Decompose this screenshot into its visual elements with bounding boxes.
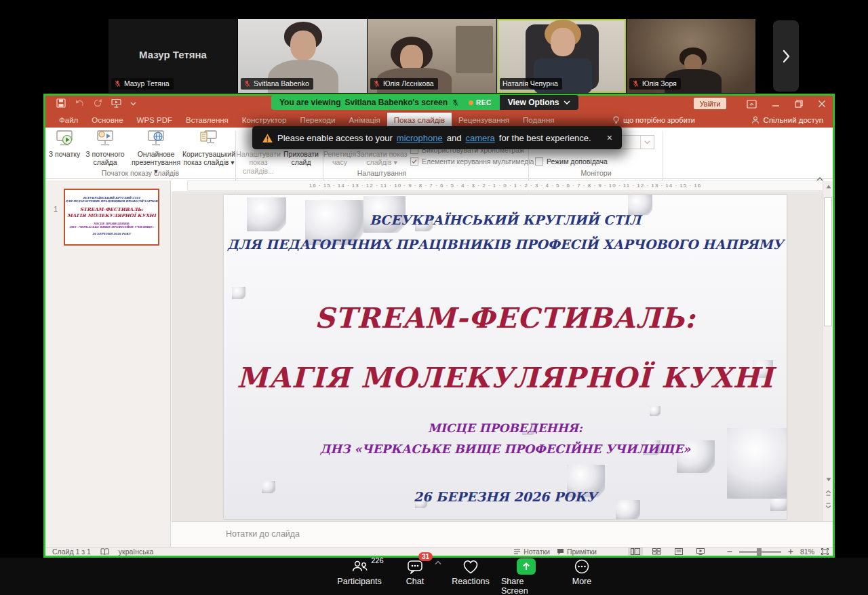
tab-design[interactable]: Конструктор xyxy=(235,113,294,128)
more-icon xyxy=(573,558,591,575)
reactions-button[interactable]: Reactions xyxy=(446,557,496,595)
chat-caret-icon[interactable] xyxy=(435,560,441,565)
status-left: Слайд 1 з 1 українська xyxy=(52,548,153,556)
tab-slide-show-active[interactable]: Показ слайдів xyxy=(387,113,452,128)
media-controls-checkbox[interactable]: Елементи керування мультимедіа xyxy=(410,157,534,166)
notes-placeholder[interactable]: Нотатки до слайда xyxy=(226,529,300,539)
ribbon-display-options-icon[interactable] xyxy=(747,100,757,109)
record-slide-show-button[interactable]: Записати показ слайдів ▾ xyxy=(356,150,408,167)
tab-view[interactable]: Подання xyxy=(516,113,561,128)
slide-date[interactable]: 26 БЕРЕЗНЯ 2026 РОКУ xyxy=(224,489,787,504)
slide-thumbnail-selected[interactable]: ВСЕУКРАЇНСЬКИЙ КРУГЛИЙ СТІЛ ДЛЯ ПЕДАГОГІ… xyxy=(64,189,159,246)
minimize-icon[interactable] xyxy=(772,100,780,108)
zoom-slider-thumb[interactable] xyxy=(757,548,762,556)
more-button[interactable]: More xyxy=(557,557,607,595)
from-beginning-button[interactable]: З початку xyxy=(48,130,81,158)
video-tile-lesnikova[interactable]: Юлія Лєснікова xyxy=(368,19,496,93)
share-screen-button[interactable]: Share Screen xyxy=(501,557,551,595)
notification-text-before: Please enable access to your xyxy=(277,133,393,143)
participant-name-tag: Svitlana Babenko xyxy=(241,78,313,90)
save-icon[interactable] xyxy=(56,98,66,108)
slide-subtitle-line2[interactable]: ДЛЯ ПЕДАГОГІЧНИХ ПРАЦІВНИКІВ ПРОФЕСІЙ ХА… xyxy=(224,237,787,252)
tab-review[interactable]: Рецензування xyxy=(452,113,516,128)
sign-in-button[interactable]: Увійти xyxy=(694,98,726,109)
undo-icon[interactable] xyxy=(75,98,84,108)
next-slide-button[interactable] xyxy=(823,500,833,511)
video-shelf xyxy=(456,26,493,73)
group-label-setup: Налаштування xyxy=(237,169,527,177)
notification-close-button[interactable]: × xyxy=(607,132,612,143)
video-tile-babenko[interactable]: Svitlana Babenko xyxy=(238,19,367,93)
notes-toggle[interactable]: Нотатки xyxy=(513,548,550,556)
slide-show-view-button[interactable] xyxy=(693,548,708,556)
start-slideshow-icon[interactable] xyxy=(111,98,121,108)
slide-canvas[interactable]: ВСЕУКРАЇНСЬКИЙ КРУГЛИЙ СТІЛ ДЛЯ ПЕДАГОГІ… xyxy=(172,191,823,521)
rec-dot-icon xyxy=(469,100,473,105)
thumb-text: STREAM-ФЕСТИВАЛЬ: xyxy=(65,206,158,212)
chat-button[interactable]: 31 Chat xyxy=(390,557,440,595)
reading-view-button[interactable] xyxy=(671,548,686,556)
checkbox-icon xyxy=(535,157,543,166)
slide-thumbnails-panel: 1 ВСЕУКРАЇНСЬКИЙ КРУГЛИЙ СТІЛ ДЛЯ ПЕДАГО… xyxy=(45,180,171,547)
zoom-percentage[interactable]: 81% xyxy=(800,548,814,556)
close-icon[interactable] xyxy=(818,100,826,108)
next-participants-button[interactable] xyxy=(773,20,799,92)
fit-slide-to-window-icon[interactable] xyxy=(821,548,829,555)
video-tile-chepurna-active-speaker[interactable]: Наталія Чепурна xyxy=(497,19,626,93)
view-options-button[interactable]: View Options xyxy=(500,95,579,110)
slide-sorter-view-button[interactable] xyxy=(650,548,665,556)
restore-icon[interactable] xyxy=(795,100,803,108)
notes-pane[interactable]: Нотатки до слайда xyxy=(172,521,833,547)
participant-name-tag: Мазур Тетяна xyxy=(111,78,174,90)
customize-qat-icon[interactable] xyxy=(130,100,136,107)
notification-text-after: for the best experience. xyxy=(499,133,591,143)
zoom-in-icon[interactable] xyxy=(788,549,793,554)
tab-file[interactable]: Файл xyxy=(52,113,85,128)
viewing-banner: You are viewing Svitlana Babenko's scree… xyxy=(271,95,578,110)
ppt-share-label: Спільний доступ xyxy=(764,116,823,124)
chat-label: Chat xyxy=(406,577,424,586)
tab-home[interactable]: Основне xyxy=(85,113,130,128)
tab-wps-pdf[interactable]: WPS PDF xyxy=(130,113,179,128)
tab-transitions[interactable]: Переходи xyxy=(293,113,342,128)
tab-animations[interactable]: Анімація xyxy=(342,113,387,128)
more-label: More xyxy=(572,577,591,586)
hide-slide-button[interactable]: Приховати слайд xyxy=(281,150,321,167)
proofing-book-icon[interactable] xyxy=(100,548,109,555)
vertical-scrollbar[interactable] xyxy=(823,181,833,521)
slide-subtitle-line1[interactable]: ВСЕУКРАЇНСЬКИЙ КРУГЛИЙ СТІЛ xyxy=(224,212,787,227)
video-tile-mazur[interactable]: Мазур Тетяна Мазур Тетяна xyxy=(108,19,237,93)
custom-slide-show-button[interactable]: Користувацький показ слайдів ▾ xyxy=(184,130,234,167)
from-current-slide-button[interactable]: З поточного слайда xyxy=(82,130,128,167)
person-icon xyxy=(751,116,760,124)
ppt-status-bar: Слайд 1 з 1 українська Нотатки Примітки xyxy=(45,547,833,556)
slide-venue[interactable]: ДНЗ «ЧЕРКАСЬКЕ ВИЩЕ ПРОФЕСІЙНЕ УЧИЛИЩЕ» xyxy=(224,442,787,456)
tell-me-search[interactable]: що потрібно зробити xyxy=(612,113,695,128)
language-indicator[interactable]: українська xyxy=(119,548,154,556)
ppt-share-button[interactable]: Спільний доступ xyxy=(751,113,823,128)
slide-venue-label[interactable]: МІСЦЕ ПРОВЕДЕННЯ: xyxy=(224,421,787,435)
slide-1[interactable]: ВСЕУКРАЇНСЬКИЙ КРУГЛИЙ СТІЛ ДЛЯ ПЕДАГОГІ… xyxy=(224,195,787,519)
normal-view-button[interactable] xyxy=(628,548,643,556)
window-controls xyxy=(747,98,826,110)
scroll-up-button[interactable] xyxy=(823,181,833,192)
group-label-start: Початок показу слайдів xyxy=(45,169,235,177)
participants-button[interactable]: 226 Participants xyxy=(334,557,384,595)
scrollbar-thumb[interactable] xyxy=(824,197,832,326)
zoom-out-icon[interactable] xyxy=(727,549,732,554)
microphone-link[interactable]: microphone xyxy=(397,133,443,143)
presenter-view-checkbox[interactable]: Режим доповідача xyxy=(535,157,608,166)
scroll-down-button[interactable] xyxy=(823,474,833,485)
zoom-slider[interactable] xyxy=(739,551,781,553)
previous-slide-button[interactable] xyxy=(823,488,833,499)
slide-title-line1[interactable]: STREAM-ФЕСТИВАЛЬ: xyxy=(224,302,787,334)
redo-icon[interactable] xyxy=(93,98,102,108)
slide-title-line2[interactable]: МАГІЯ МОЛЕКУЛЯРНОЇ КУХНІ xyxy=(224,362,787,394)
video-tile-zorya[interactable]: Юлія Зоря xyxy=(627,19,755,93)
camera-link[interactable]: camera xyxy=(465,133,494,143)
tell-me-text: що потрібно зробити xyxy=(623,116,695,124)
rehearse-timings-button[interactable]: Репетиція часу xyxy=(325,150,355,167)
tab-insert[interactable]: Вставлення xyxy=(179,113,235,128)
rec-label: REC xyxy=(476,99,492,107)
comments-toggle[interactable]: Примітки xyxy=(557,548,597,556)
